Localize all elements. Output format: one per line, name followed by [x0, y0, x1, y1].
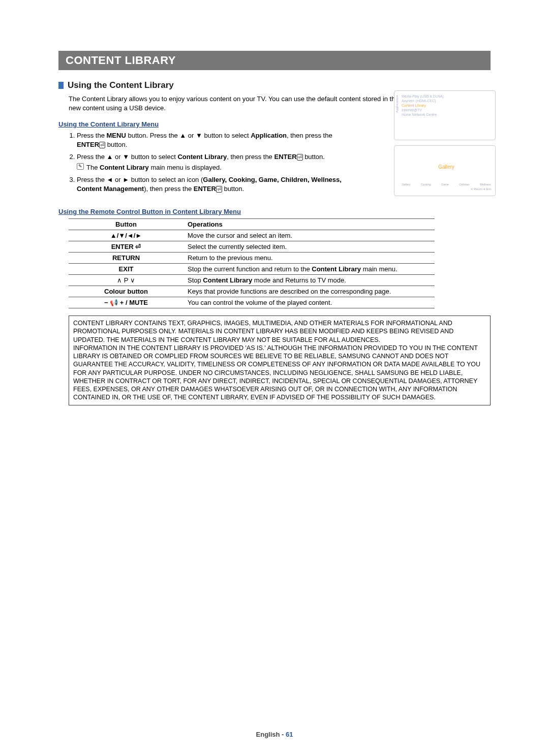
menu-label: MENU: [107, 132, 126, 139]
content-library-label: Content Library: [100, 164, 149, 171]
cell-op: You can control the volume of the played…: [184, 297, 435, 308]
section-using-content-library: Using the Content Library The Content Li…: [58, 80, 491, 405]
application-label: Application: [251, 132, 287, 139]
button-operations-table: Button Operations ▲/▼/◄/►Move the cursor…: [69, 218, 435, 308]
table-row: EXITStop the current function and return…: [69, 264, 435, 275]
t: Press the ◄ or ► button to select an ico…: [77, 176, 203, 183]
cell-btn: Colour button: [69, 286, 184, 297]
t: button.: [222, 185, 244, 193]
t: , then press the: [227, 153, 274, 161]
subheading-remote: Using the Remote Control Button in Conte…: [58, 208, 491, 215]
step-3: Press the ◄ or ► button to select an ico…: [77, 175, 346, 194]
t: button. Press the ▲ or ▼ button to selec…: [126, 132, 251, 139]
t: main menu.: [361, 265, 398, 273]
cell-btn: − 📢 + / MUTE: [69, 297, 184, 308]
table-row: − 📢 + / MUTEYou can control the volume o…: [69, 297, 435, 308]
gallery-row-item: Children: [459, 183, 469, 186]
t: main menu is displayed.: [149, 164, 222, 171]
disclaimer-box: CONTENT LIBRARY CONTAINS TEXT, GRAPHICS,…: [69, 316, 491, 405]
enter-icon: ⏎: [216, 186, 222, 193]
screenshot-gallery-row: Gallery Cooking Game Children Wellness: [402, 183, 491, 186]
enter-icon: ⏎: [99, 142, 105, 148]
t: , then press the: [287, 132, 332, 139]
table-header-row: Button Operations: [69, 219, 435, 230]
page-title-bar: CONTENT LIBRARY: [58, 51, 491, 70]
content-library-label: Content Library: [203, 276, 252, 284]
enter-label: ENTER: [274, 153, 296, 161]
enter-label: ENTER: [77, 141, 99, 148]
footer-page-number: 61: [286, 731, 293, 738]
t: button.: [105, 141, 127, 148]
menu-item-selected: Content Library: [402, 103, 491, 108]
cell-op: Move the cursor and select an item.: [184, 230, 435, 241]
table-row: ∧ P ∨Stop Content Library mode and Retur…: [69, 275, 435, 286]
cell-op: Stop the current function and return to …: [184, 264, 435, 275]
step-1: Press the MENU button. Press the ▲ or ▼ …: [77, 131, 346, 149]
content-library-label: Content Library: [177, 153, 227, 161]
screenshot-menu-vtab: Application: [395, 95, 399, 113]
gallery-row-item: Cooking: [421, 183, 431, 186]
gallery-row-item: Wellness: [480, 183, 491, 186]
cell-btn: ENTER ⏎: [69, 241, 184, 253]
cell-btn: EXIT: [69, 264, 184, 275]
screenshot-gallery-title: Gallery: [402, 164, 491, 170]
menu-item: Media Play (USB & DLNA): [402, 94, 491, 99]
enter-label: ENTER: [194, 185, 216, 193]
footer-lang: English -: [256, 731, 286, 738]
cell-op: Return to the previous menu.: [184, 253, 435, 264]
screenshot-menu: Application Media Play (USB & DLNA) Anyn…: [394, 90, 496, 140]
enter-icon: ⏎: [297, 154, 303, 161]
t: button.: [303, 153, 325, 161]
cell-op: Select the currently selected item.: [184, 241, 435, 253]
cell-btn: ▲/▼/◄/►: [69, 230, 184, 241]
heading-marker-icon: [58, 82, 64, 89]
table-row: RETURNReturn to the previous menu.: [69, 253, 435, 264]
section-heading-text: Using the Content Library: [68, 80, 174, 90]
t: Stop the current function and return to …: [188, 265, 312, 273]
t: mode and Returns to TV mode.: [252, 276, 346, 284]
t: The: [86, 164, 100, 171]
gallery-row-item: Game: [441, 183, 449, 186]
t: ), then press the: [144, 185, 194, 193]
th-operations: Operations: [184, 219, 435, 230]
step-2-note: ✎ The Content Library main menu is displ…: [77, 163, 346, 172]
page-footer: English - 61: [0, 731, 549, 738]
cell-btn: ∧ P ∨: [69, 275, 184, 286]
menu-item: Home Network Centre: [402, 112, 491, 117]
table-row: Colour buttonKeys that provide functions…: [69, 286, 435, 297]
menu-item: Internet@TV: [402, 108, 491, 112]
content-library-label: Content Library: [312, 265, 361, 273]
t: Stop: [188, 276, 203, 284]
cell-op: Keys that provide functions are describe…: [184, 286, 435, 297]
cell-btn: RETURN: [69, 253, 184, 264]
steps-list: Press the MENU button. Press the ▲ or ▼ …: [71, 131, 346, 194]
menu-item: Anynet+ (HDMI-CEC): [402, 99, 491, 103]
table-row: ▲/▼/◄/►Move the cursor and select an ite…: [69, 230, 435, 241]
screenshot-column: Application Media Play (USB & DLNA) Anyn…: [394, 90, 496, 201]
th-button: Button: [69, 219, 184, 230]
t: Press the ▲ or ▼ button to select: [77, 153, 177, 161]
gallery-row-item: Gallery: [402, 183, 410, 186]
section-heading: Using the Content Library: [58, 80, 491, 90]
screenshot-gallery: Gallery Gallery Cooking Game Children We…: [394, 145, 496, 196]
note-icon: ✎: [77, 163, 84, 170]
cell-op: Stop Content Library mode and Returns to…: [184, 275, 435, 286]
step-2: Press the ▲ or ▼ button to select Conten…: [77, 152, 346, 172]
t: Press the: [77, 132, 107, 139]
table-row: ENTER ⏎Select the currently selected ite…: [69, 241, 435, 253]
screenshot-gallery-footer: ↩ Return ➔ Exit: [402, 187, 491, 191]
